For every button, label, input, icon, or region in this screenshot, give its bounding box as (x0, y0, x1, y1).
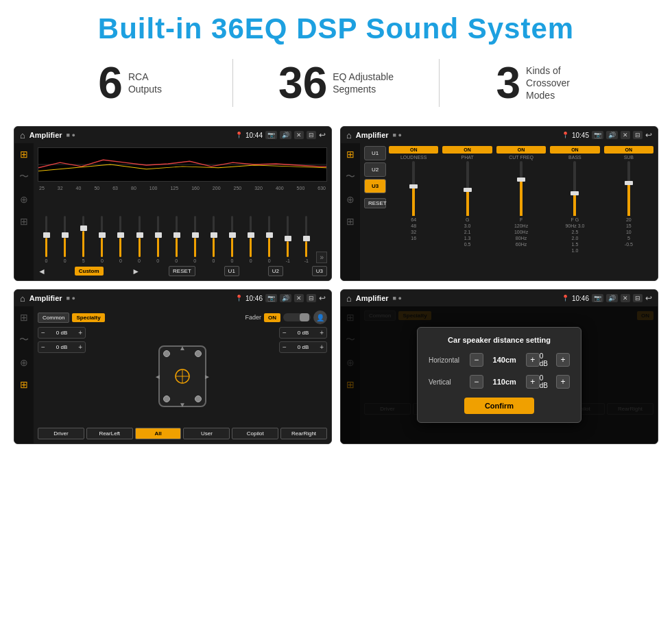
slider-12[interactable]: 0 (261, 216, 278, 263)
home-icon-2[interactable]: ⌂ (346, 130, 352, 141)
fader-on-btn[interactable]: ON (264, 313, 280, 322)
settings-icon-2[interactable]: ⊞ (346, 216, 355, 227)
all-btn[interactable]: All (135, 428, 182, 439)
u2-btn[interactable]: U2 (268, 266, 283, 276)
rearleft-btn[interactable]: RearLeft (86, 428, 133, 439)
screen1-vol-btn[interactable]: 🔊 (280, 131, 291, 139)
fader-arrow-up[interactable]: ▲ (179, 344, 186, 352)
vol-plus-tr[interactable]: + (320, 329, 324, 337)
bass-slider[interactable] (573, 161, 576, 216)
slider-11[interactable]: 0 (242, 216, 259, 263)
screen3-close-btn[interactable]: ✕ (294, 294, 304, 302)
eq2-reset-btn[interactable]: RESET (364, 198, 386, 208)
slider-2[interactable]: 5 (75, 216, 92, 263)
screen2-close-btn[interactable]: ✕ (621, 131, 630, 139)
slider-9[interactable]: 0 (205, 216, 222, 263)
user-btn[interactable]: User (183, 428, 230, 439)
specialty-tab-3[interactable]: Specialty (72, 313, 104, 322)
home-icon-4[interactable]: ⌂ (346, 293, 352, 304)
screen3-back-icon[interactable]: ↩ (319, 293, 326, 303)
speaker-icon[interactable]: ⊕ (20, 194, 28, 205)
slider-1[interactable]: 0 (56, 216, 73, 263)
screen2-back-icon[interactable]: ↩ (645, 130, 652, 140)
driver-btn[interactable]: Driver (38, 428, 84, 439)
wave-icon-3[interactable]: 〜 (19, 334, 29, 346)
slider-6[interactable]: 0 (149, 216, 167, 263)
fader-arrow-left[interactable]: ◄ (154, 372, 161, 380)
vol-minus-tr[interactable]: − (283, 329, 287, 337)
u1-select-btn[interactable]: U1 (364, 146, 386, 160)
slider-14[interactable]: -1 (298, 216, 315, 263)
screen4-camera-btn[interactable]: 📷 (592, 294, 603, 302)
screen1-window-btn[interactable]: ⊟ (307, 131, 316, 139)
u2-select-btn[interactable]: U2 (364, 162, 386, 177)
settings-icon[interactable]: ⊞ (20, 216, 28, 227)
profile-icon[interactable]: 👤 (313, 310, 327, 324)
screen2-window-btn[interactable]: ⊟ (633, 131, 643, 139)
eq-icon-2[interactable]: ⊞ (346, 149, 355, 160)
phat-on-btn[interactable]: ON (442, 146, 492, 154)
vol-minus-tl[interactable]: − (41, 329, 45, 337)
settings-icon-3[interactable]: ⊞ (20, 379, 28, 390)
speaker-icon-2[interactable]: ⊕ (346, 194, 355, 205)
screen4-close-btn[interactable]: ✕ (621, 294, 630, 302)
eq-icon-active[interactable]: ⊞ (20, 149, 28, 160)
screen4-window-btn[interactable]: ⊟ (633, 294, 643, 302)
copilot-btn[interactable]: Copilot (232, 428, 278, 439)
reset-btn-1[interactable]: RESET (169, 266, 195, 276)
screen3-window-btn[interactable]: ⊟ (307, 294, 316, 302)
vol-plus-bl[interactable]: + (78, 343, 82, 351)
horizontal-db-plus[interactable]: + (556, 353, 570, 367)
home-icon-3[interactable]: ⌂ (20, 293, 25, 304)
phat-slider[interactable] (466, 161, 469, 216)
slider-4[interactable]: 0 (112, 216, 129, 263)
slider-5[interactable]: 0 (130, 216, 147, 263)
eq-icon-3[interactable]: ⊞ (20, 312, 28, 323)
sub-slider[interactable] (627, 161, 630, 216)
loudness-on-btn[interactable]: ON (389, 146, 438, 154)
fader-arrow-right[interactable]: ► (204, 372, 211, 380)
prev-arrow[interactable]: ◄ (38, 267, 46, 276)
wave-icon-2[interactable]: 〜 (346, 171, 355, 183)
bass-on-btn[interactable]: ON (550, 146, 599, 154)
slider-10[interactable]: 0 (224, 216, 241, 263)
slider-7[interactable]: 0 (168, 216, 185, 263)
custom-btn[interactable]: Custom (75, 267, 104, 276)
vol-plus-tl[interactable]: + (78, 329, 82, 337)
slider-3[interactable]: 0 (93, 216, 110, 263)
screen4-vol-btn[interactable]: 🔊 (606, 294, 618, 302)
cutfreq-slider[interactable] (520, 161, 523, 216)
u3-select-btn[interactable]: U3 (364, 179, 386, 193)
vertical-plus-btn[interactable]: + (526, 375, 540, 389)
loudness-slider[interactable] (412, 161, 415, 216)
vol-plus-br[interactable]: + (320, 343, 324, 351)
horizontal-minus-btn[interactable]: − (470, 353, 483, 367)
sub-on-btn[interactable]: ON (604, 146, 653, 154)
slider-8[interactable]: 0 (187, 216, 204, 263)
cutfreq-on-btn[interactable]: ON (496, 146, 546, 154)
screen2-camera-btn[interactable]: 📷 (592, 131, 603, 139)
next-arrow[interactable]: ► (132, 267, 140, 276)
horizontal-plus-btn[interactable]: + (526, 353, 540, 367)
screen4-back-icon[interactable]: ↩ (645, 293, 652, 303)
slider-0[interactable]: 0 (38, 216, 55, 263)
vertical-db-plus[interactable]: + (556, 375, 570, 389)
u3-btn[interactable]: U3 (312, 266, 327, 276)
rearright-btn[interactable]: RearRight (280, 428, 327, 439)
fader-arrow-down[interactable]: ▼ (179, 401, 186, 409)
screen1-camera-btn[interactable]: 📷 (265, 131, 277, 139)
confirm-btn[interactable]: Confirm (464, 398, 534, 414)
screen2-vol-btn[interactable]: 🔊 (606, 131, 618, 139)
common-tab-3[interactable]: Common (38, 313, 69, 323)
fader-slider-control[interactable] (283, 313, 311, 321)
home-icon-1[interactable]: ⌂ (20, 130, 25, 141)
vol-minus-bl[interactable]: − (41, 343, 45, 351)
screen3-camera-btn[interactable]: 📷 (265, 294, 277, 302)
u1-btn[interactable]: U1 (224, 266, 239, 276)
screen3-vol-btn[interactable]: 🔊 (280, 294, 291, 302)
speaker-icon-3[interactable]: ⊕ (20, 357, 28, 368)
wave-icon[interactable]: 〜 (19, 171, 29, 183)
screen1-close-btn[interactable]: ✕ (294, 131, 304, 139)
slider-13[interactable]: -1 (279, 216, 296, 263)
screen1-back-icon[interactable]: ↩ (319, 130, 326, 140)
